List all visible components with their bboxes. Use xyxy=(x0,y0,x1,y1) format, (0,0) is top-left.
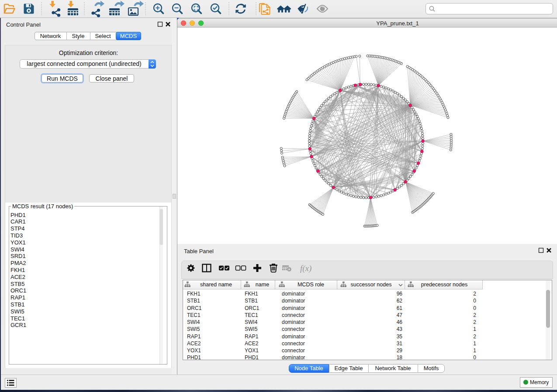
svg-text:f(x): f(x) xyxy=(300,264,311,273)
